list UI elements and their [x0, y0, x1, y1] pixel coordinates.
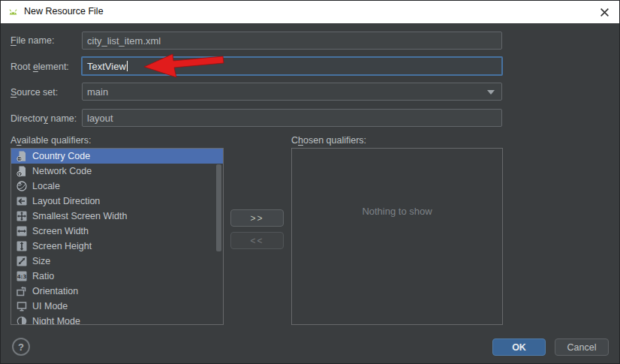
screen-width-icon — [16, 225, 28, 237]
qualifier-label: Orientation — [32, 286, 78, 296]
android-icon — [8, 7, 19, 18]
source-set-dropdown[interactable]: main — [82, 83, 502, 101]
chosen-qualifiers-panel: Nothing to show — [291, 148, 503, 325]
ui-mode-icon — [16, 300, 28, 312]
root-element-label: Root element: — [11, 62, 69, 72]
network-code-icon — [16, 165, 28, 177]
night-mode-icon — [16, 315, 28, 325]
source-set-label: Source set: — [11, 87, 58, 98]
ok-button[interactable]: OK — [492, 338, 546, 356]
svg-text:4:3: 4:3 — [17, 274, 27, 280]
text-caret — [127, 61, 128, 71]
titlebar: New Resource File — [1, 1, 619, 23]
qualifier-item[interactable]: Screen Height — [11, 239, 223, 254]
qualifier-label: Night Mode — [32, 316, 80, 325]
qualifier-item[interactable]: Network Code — [11, 164, 223, 179]
file-name-input[interactable]: city_list_item.xml — [82, 32, 502, 50]
ratio-icon: 4:3 — [16, 270, 28, 282]
qualifier-item[interactable]: Orientation — [11, 284, 223, 299]
available-qualifiers-list[interactable]: Country CodeNetwork CodeLocaleLayout Dir… — [11, 148, 224, 325]
qualifier-item[interactable]: Night Mode — [11, 314, 223, 325]
cancel-button[interactable]: Cancel — [555, 338, 609, 356]
qualifier-item[interactable]: Screen Width — [11, 224, 223, 239]
root-element-input[interactable]: TextView — [81, 56, 503, 76]
available-qualifiers-label: Available qualifiers: — [11, 135, 91, 146]
qualifier-item[interactable]: Size — [11, 254, 223, 269]
scrollbar[interactable] — [216, 164, 221, 251]
qualifier-label: Size — [32, 256, 50, 266]
qualifier-label: Country Code — [32, 151, 90, 161]
qualifier-label: Ratio — [32, 271, 54, 281]
qualifier-item[interactable]: Country Code — [11, 149, 223, 164]
dialog-title: New Resource File — [24, 6, 104, 17]
size-icon — [16, 255, 28, 267]
qualifier-label: Locale — [32, 181, 60, 191]
chosen-qualifiers-label: Chosen qualifiers: — [291, 135, 366, 146]
remove-qualifier-button[interactable]: << — [230, 232, 284, 249]
qualifier-item[interactable]: Locale — [11, 179, 223, 194]
locale-icon — [16, 180, 28, 192]
empty-state-text: Nothing to show — [292, 206, 502, 217]
file-name-label: File name: — [11, 35, 54, 46]
add-qualifier-button[interactable]: >> — [230, 209, 284, 227]
qualifier-item[interactable]: 4:3Ratio — [11, 269, 223, 284]
qualifier-item[interactable]: UI Mode — [11, 299, 223, 314]
chevron-down-icon — [487, 90, 495, 95]
orientation-icon — [16, 285, 28, 297]
help-button[interactable]: ? — [12, 338, 30, 356]
qualifier-label: Screen Height — [32, 241, 92, 251]
qualifier-label: Layout Direction — [32, 196, 100, 206]
smallest-screen-width-icon — [16, 210, 28, 222]
qualifier-item[interactable]: Layout Direction — [11, 194, 223, 209]
close-icon[interactable] — [595, 3, 613, 21]
qualifier-label: Screen Width — [32, 226, 89, 236]
qualifier-label: UI Mode — [32, 301, 68, 311]
new-resource-file-dialog: New Resource File File name: city_list_i… — [0, 0, 620, 364]
qualifier-label: Smallest Screen Width — [32, 211, 127, 221]
screen-height-icon — [16, 240, 28, 252]
directory-name-input[interactable]: layout — [82, 109, 502, 127]
qualifier-item[interactable]: Smallest Screen Width — [11, 209, 223, 224]
directory-name-label: Directory name: — [11, 113, 77, 124]
qualifier-label: Network Code — [32, 166, 92, 176]
layout-direction-icon — [16, 195, 28, 207]
country-code-icon — [16, 150, 28, 162]
